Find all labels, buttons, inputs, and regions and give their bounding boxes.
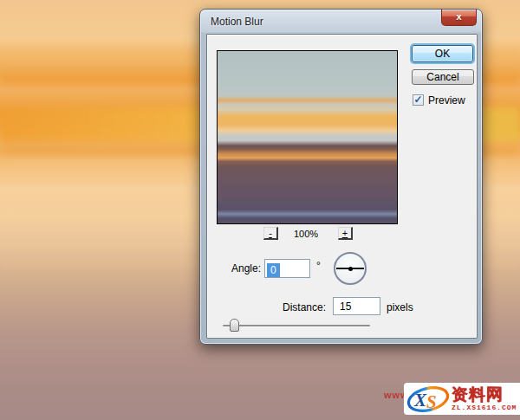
dialog-client-area: - 100% + Angle: 0 ° Distance: 15 pixels … bbox=[206, 34, 478, 339]
slider-track[interactable] bbox=[223, 325, 370, 326]
dialog-title: Motion Blur bbox=[211, 16, 263, 28]
zoom-level-label: 100% bbox=[280, 229, 332, 239]
angle-dial[interactable] bbox=[334, 252, 367, 285]
checkmark-icon: ✓ bbox=[413, 94, 422, 106]
watermark-badge: X S 资料网 ZL.XS1616.COM bbox=[404, 383, 520, 415]
distance-slider[interactable] bbox=[223, 319, 370, 333]
ok-button[interactable]: OK bbox=[412, 45, 473, 62]
watermark-text-block: 资料网 ZL.XS1616.COM bbox=[452, 386, 517, 411]
angle-label: Angle: bbox=[231, 262, 261, 275]
close-icon: x bbox=[456, 11, 461, 22]
angle-input[interactable]: 0 bbox=[264, 259, 310, 278]
watermark-site-code: ZL.XS1616.COM bbox=[452, 404, 517, 411]
degree-symbol: ° bbox=[316, 260, 321, 272]
filter-preview[interactable] bbox=[217, 50, 398, 224]
slider-thumb[interactable] bbox=[230, 319, 239, 332]
watermark-site-name: 资料网 bbox=[452, 386, 517, 403]
zoom-out-button[interactable]: - bbox=[263, 227, 278, 240]
distance-input[interactable]: 15 bbox=[333, 297, 380, 315]
logo-letter-s: S bbox=[426, 391, 437, 412]
preview-checkbox-label[interactable]: Preview bbox=[428, 94, 465, 107]
dialog-titlebar[interactable]: Motion Blur x bbox=[200, 10, 482, 34]
zoom-in-button[interactable]: + bbox=[338, 227, 353, 240]
angle-value-selected: 0 bbox=[267, 263, 280, 277]
watermark-logo: X S bbox=[406, 384, 450, 414]
logo-letter-x: X bbox=[413, 390, 427, 410]
cancel-button[interactable]: Cancel bbox=[412, 69, 474, 85]
angle-dial-hub bbox=[348, 267, 353, 271]
motion-blur-dialog: Motion Blur x - 100% + Angle: 0 ° Distan… bbox=[199, 9, 483, 345]
distance-unit-label: pixels bbox=[387, 301, 413, 313]
close-button[interactable]: x bbox=[441, 10, 477, 26]
distance-label: Distance: bbox=[283, 301, 326, 313]
preview-checkbox[interactable]: ✓ bbox=[413, 94, 424, 106]
